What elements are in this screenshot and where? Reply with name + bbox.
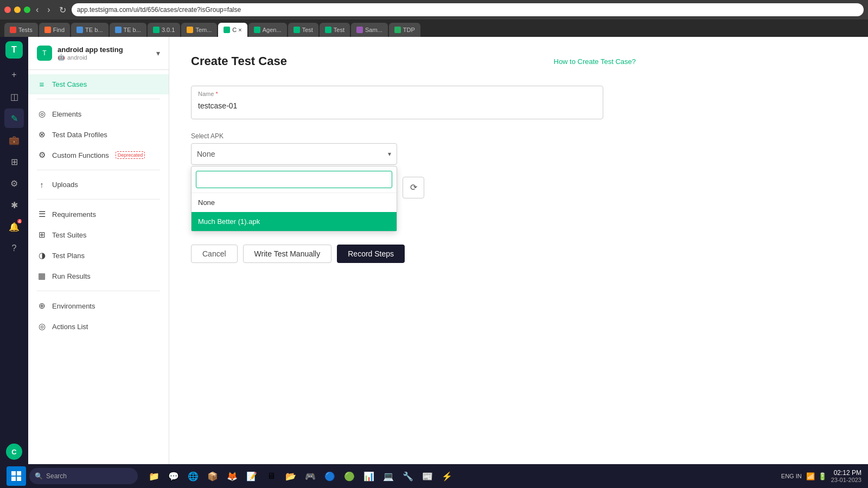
sidebar-item-test-plans[interactable]: ◑ Test Plans <box>28 245 169 266</box>
nav-item-icon: ◑ <box>37 251 47 260</box>
windows-logo <box>11 471 21 481</box>
refresh-button[interactable]: ↻ <box>56 4 69 16</box>
grid-icon[interactable]: ⊞ <box>4 152 24 171</box>
browser-tab[interactable]: C × <box>218 23 247 37</box>
sidebar-item-test-suites[interactable]: ⊞ Test Suites <box>28 224 169 245</box>
taskbar-app-icon[interactable]: 🎮 <box>302 467 319 485</box>
sidebar-item-uploads[interactable]: ↑ Uploads <box>28 175 169 195</box>
nav-item-icon: ◎ <box>37 322 47 331</box>
browser-tab[interactable]: 3.0.1 <box>148 23 180 37</box>
nav-item-icon: ⚙ <box>37 150 47 160</box>
asterisk-icon[interactable]: ✱ <box>4 195 24 215</box>
taskbar-app-icon[interactable]: 📦 <box>204 467 221 485</box>
sidebar-nav: ≡ Test Cases ◎ Elements ⊗ Test Data Prof… <box>28 70 169 464</box>
add-button[interactable]: + <box>4 65 24 85</box>
sidebar-item-run-results[interactable]: ▦ Run Results <box>28 266 169 286</box>
write-test-button[interactable]: Write Test Manually <box>243 245 332 263</box>
browser-tab[interactable]: Sam... <box>351 23 388 37</box>
nav-item-label: Test Suites <box>52 231 87 239</box>
sidebar-project-header[interactable]: T android app testing 🤖 android ▾ <box>28 37 169 70</box>
bell-icon[interactable]: 🔔 4 <box>4 217 24 236</box>
taskbar-app-icon[interactable]: 🔧 <box>399 467 417 485</box>
browser-tab[interactable]: TE b... <box>110 23 146 37</box>
browser-bar: ‹ › ↻ app.testsigma.com/ui/td/656/cases/… <box>0 0 868 20</box>
project-name: android app testing <box>58 46 123 54</box>
nav-item-icon: ☰ <box>37 209 47 219</box>
browser-tab[interactable]: Tem... <box>181 23 217 37</box>
sidebar-item-elements[interactable]: ◎ Elements <box>28 104 169 124</box>
taskbar-app-icon[interactable]: 📊 <box>360 467 378 485</box>
apk-dropdown-menu: None Much Better (1).apk <box>191 166 397 232</box>
minimize-button[interactable] <box>14 7 21 13</box>
name-form-group: Name * <box>191 86 636 119</box>
record-steps-button[interactable]: Record Steps <box>337 245 405 263</box>
taskbar-search-bar[interactable]: 🔍 Search <box>29 468 138 484</box>
apk-option-none[interactable]: None <box>192 193 397 212</box>
apk-select-trigger[interactable]: None ▾ <box>191 143 397 165</box>
browser-tab[interactable]: TDP <box>389 23 420 37</box>
cancel-button[interactable]: Cancel <box>191 245 238 263</box>
windows-start-button[interactable] <box>7 466 26 486</box>
sidebar-item-test-data-profiles[interactable]: ⊗ Test Data Profiles <box>28 124 169 145</box>
browser-tab[interactable]: Test <box>288 23 318 37</box>
taskbar-app-icon[interactable]: 📰 <box>419 467 436 485</box>
test-case-name-input[interactable] <box>198 99 596 112</box>
apk-label: Select APK <box>191 132 636 140</box>
name-label: Name * <box>198 91 596 97</box>
nav-item-label: Test Plans <box>52 252 85 260</box>
apk-row: None ▾ None Much Better (1).apk <box>191 143 636 232</box>
sidebar-item-actions-list[interactable]: ◎ Actions List <box>28 316 169 337</box>
close-button[interactable] <box>4 7 11 13</box>
address-bar[interactable]: app.testsigma.com/ui/td/656/cases/create… <box>72 3 864 16</box>
taskbar-app-icon[interactable]: 🌐 <box>184 467 202 485</box>
nav-item-label: Run Results <box>52 272 91 280</box>
upload-apk-button[interactable]: ⟳ <box>403 177 424 198</box>
sidebar-item-test-cases[interactable]: ≡ Test Cases <box>28 74 169 94</box>
user-avatar[interactable]: C <box>6 444 22 460</box>
pencil-icon[interactable]: ✎ <box>4 108 24 128</box>
taskbar-app-icon[interactable]: 💻 <box>380 467 397 485</box>
browser-tab[interactable]: Test <box>320 23 350 37</box>
taskbar-app-icon[interactable]: ⚡ <box>438 467 456 485</box>
apk-form-group: Select APK None ▾ <box>191 132 636 232</box>
chart-icon[interactable]: ◫ <box>4 87 24 106</box>
bag-icon[interactable]: 💼 <box>4 130 24 150</box>
apk-search-container <box>192 166 397 193</box>
app-logo[interactable]: T <box>5 41 23 59</box>
sidebar-item-requirements[interactable]: ☰ Requirements <box>28 204 169 224</box>
icon-bar: T + ◫ ✎ 💼 ⊞ ⚙ ✱ 🔔 4 ? C <box>0 37 28 464</box>
taskbar-system-tray: ENG IN 📶 🔋 02:12 PM 23-01-2023 <box>781 469 861 483</box>
taskbar-app-icon[interactable]: 🦊 <box>224 467 241 485</box>
notification-badge: 4 <box>17 219 22 223</box>
taskbar-app-icon[interactable]: 📝 <box>243 467 260 485</box>
system-icons: 📶 🔋 <box>806 472 827 480</box>
taskbar-app-icon[interactable]: 🖥 <box>263 467 280 485</box>
back-button[interactable]: ‹ <box>33 4 42 16</box>
window-controls[interactable] <box>4 7 30 13</box>
browser-tab[interactable]: Find <box>39 23 70 37</box>
taskbar-app-icon[interactable]: 🔵 <box>321 467 339 485</box>
browser-tab[interactable]: Tests <box>4 23 38 37</box>
taskbar-app-icon[interactable]: 📁 <box>145 467 163 485</box>
apk-option-much-better[interactable]: Much Better (1).apk <box>192 212 397 231</box>
forward-button[interactable]: › <box>44 4 53 16</box>
taskbar-app-icon[interactable]: 🟢 <box>341 467 358 485</box>
taskbar-app-icon[interactable]: 📂 <box>282 467 299 485</box>
help-link[interactable]: How to Create Test Case? <box>554 57 636 66</box>
nav-item-label: Test Data Profiles <box>52 131 107 139</box>
project-info: T android app testing 🤖 android <box>37 46 123 61</box>
action-buttons: Cancel Write Test Manually Record Steps <box>191 245 636 263</box>
nav-item-label: Actions List <box>52 323 88 331</box>
apk-dropdown-container: None ▾ None Much Better (1).apk <box>191 143 397 232</box>
browser-tab[interactable]: Agen... <box>248 23 287 37</box>
app-container: T + ◫ ✎ 💼 ⊞ ⚙ ✱ 🔔 4 ? C T android app te… <box>0 37 868 464</box>
browser-tab[interactable]: TE b... <box>71 23 108 37</box>
sidebar-item-custom-functions[interactable]: ⚙ Custom Functions Deprecated <box>28 145 169 165</box>
taskbar-app-icon[interactable]: 💬 <box>165 467 182 485</box>
question-icon[interactable]: ? <box>4 239 24 258</box>
maximize-button[interactable] <box>24 7 30 13</box>
nav-item-label: Uploads <box>52 181 78 189</box>
gear-icon[interactable]: ⚙ <box>4 174 24 193</box>
sidebar-item-environments[interactable]: ⊕ Environments <box>28 296 169 316</box>
apk-search-input[interactable] <box>196 171 392 188</box>
